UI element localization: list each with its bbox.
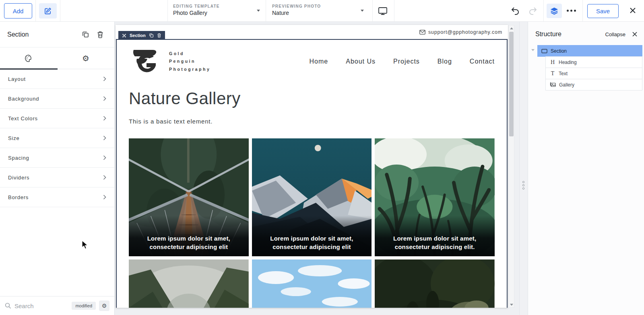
close-icon xyxy=(632,31,638,37)
desktop-preview-button[interactable] xyxy=(378,6,388,16)
editing-template-selector[interactable]: EDITING TEMPLATE Photo Gallery xyxy=(173,4,220,16)
gear-icon: ⚙ xyxy=(82,54,89,63)
trash-icon[interactable] xyxy=(97,31,104,38)
tree-expand-caret-icon[interactable] xyxy=(531,49,535,51)
site-logo[interactable]: Gold Penguin Photography xyxy=(129,49,211,74)
redo-icon xyxy=(528,6,538,16)
gallery-caption: Lorem ipsum dolor sit amet, consectetur … xyxy=(375,216,495,257)
tree-item-gallery[interactable]: Gallery xyxy=(545,79,642,91)
page-text-element[interactable]: This is a basic text element. xyxy=(129,118,495,125)
undo-button[interactable] xyxy=(510,6,520,16)
gallery-tile-dark-forest-hillside[interactable] xyxy=(375,259,495,308)
previewing-photo-selector[interactable]: PREVIEWING PHOTO Nature xyxy=(272,4,321,16)
toolbar-divider xyxy=(35,0,36,21)
monitor-icon xyxy=(378,6,388,16)
add-button[interactable]: Add xyxy=(4,3,32,19)
editing-template-value: Photo Gallery xyxy=(173,10,220,16)
editing-template-label: EDITING TEMPLATE xyxy=(173,4,220,8)
search-input[interactable] xyxy=(14,303,68,309)
dark-hillside-image xyxy=(375,259,495,308)
redo-button[interactable] xyxy=(528,6,538,16)
gallery-tile-suspension-bridge[interactable]: Lorem ipsum dolor sit amet, consectetur … xyxy=(129,138,249,256)
page-topbar: support@gpphotography.com xyxy=(116,25,508,39)
edit-icon xyxy=(44,7,52,15)
gallery-tile-foggy-valley[interactable] xyxy=(129,259,249,308)
trash-icon[interactable] xyxy=(157,33,161,38)
chevron-right-icon xyxy=(103,175,106,180)
gold-penguin-logo-mark xyxy=(129,49,163,74)
close-structure-button[interactable] xyxy=(632,31,638,37)
selected-element-title: Section xyxy=(7,31,82,38)
blue-sky-peaks-image xyxy=(252,259,372,308)
section-tag-label: Section xyxy=(130,33,146,38)
tree-item-section[interactable]: Section xyxy=(537,45,642,57)
logo-line-3: Photography xyxy=(169,66,211,73)
tab-settings[interactable]: ⚙ xyxy=(57,47,114,69)
toolbar-divider xyxy=(582,0,583,21)
modified-badge[interactable]: modified xyxy=(72,302,96,310)
layers-button[interactable] xyxy=(547,4,562,18)
duplicate-icon[interactable] xyxy=(82,31,89,38)
sidebar-item-layout[interactable]: Layout xyxy=(0,69,114,89)
canvas-preview: support@gpphotography.com Section xyxy=(116,25,508,308)
foggy-valley-image xyxy=(129,259,249,308)
text-icon: T xyxy=(550,70,555,77)
active-tab-indicator xyxy=(0,68,58,70)
nav-item-contact[interactable]: Contact xyxy=(470,58,495,65)
toolbar-divider xyxy=(394,0,394,21)
chevron-down-icon[interactable] xyxy=(361,10,364,12)
gallery-tile-moonlit-mountain[interactable]: Lorem ipsum dolor sit amet, consectetur … xyxy=(252,138,372,256)
structure-tree: Section H Heading T Text Gallery xyxy=(528,45,644,91)
nav-item-home[interactable]: Home xyxy=(310,58,328,65)
section-tag[interactable]: Section xyxy=(118,31,165,40)
drag-handle-dots-icon xyxy=(522,181,524,189)
close-editor-button[interactable] xyxy=(629,6,637,14)
gallery-tile-forest-canopy[interactable]: Lorem ipsum dolor sit amet, consectetur … xyxy=(375,138,495,256)
sidebar-search-bar: modified ⚙ xyxy=(0,296,114,315)
sidebar-item-background[interactable]: Background xyxy=(0,89,114,109)
scroll-up-arrow[interactable] xyxy=(509,25,514,31)
chevron-right-icon xyxy=(103,195,106,200)
close-icon xyxy=(629,6,637,14)
scroll-down-arrow[interactable] xyxy=(509,302,514,307)
structure-header: Structure Collapse xyxy=(528,22,644,43)
sidebar-item-text-colors[interactable]: Text Colors xyxy=(0,109,114,128)
chevron-right-icon xyxy=(103,155,106,160)
edit-button[interactable] xyxy=(39,3,57,19)
more-options-button[interactable] xyxy=(567,10,576,12)
logo-line-2: Penguin xyxy=(169,58,211,65)
canvas-scrollbar[interactable] xyxy=(508,25,514,308)
sidebar-item-dividers[interactable]: Dividers xyxy=(0,168,114,187)
chevron-down-icon[interactable] xyxy=(257,10,260,12)
site-nav: Home About Us Projects Blog Contact xyxy=(310,58,495,65)
tree-item-heading[interactable]: H Heading xyxy=(545,56,642,68)
layers-icon xyxy=(550,6,559,15)
sidebar-item-spacing[interactable]: Spacing xyxy=(0,148,114,168)
nav-item-about-us[interactable]: About Us xyxy=(346,58,376,65)
chevron-right-icon xyxy=(103,76,106,81)
nav-item-blog[interactable]: Blog xyxy=(438,58,452,65)
move-icon xyxy=(122,33,126,38)
gear-icon: ⚙ xyxy=(102,303,107,309)
search-icon xyxy=(5,303,11,309)
previewing-photo-label: PREVIEWING PHOTO xyxy=(272,4,321,8)
duplicate-icon[interactable] xyxy=(149,33,154,38)
envelope-icon xyxy=(419,30,425,35)
support-email-link[interactable]: support@gpphotography.com xyxy=(428,29,502,35)
panel-resize-handle[interactable] xyxy=(519,22,528,315)
sidebar-item-borders[interactable]: Borders xyxy=(0,187,114,207)
toolbar-divider xyxy=(60,0,60,21)
scrollbar-thumb[interactable] xyxy=(509,32,514,136)
save-button[interactable]: Save xyxy=(587,4,619,18)
tab-style[interactable] xyxy=(0,47,57,69)
gallery-tile-mountain-blue-sky[interactable] xyxy=(252,259,372,308)
page-heading[interactable]: Nature Gallery xyxy=(129,89,495,108)
tree-item-text[interactable]: T Text xyxy=(545,68,642,79)
sidebar-tabs: ⚙ xyxy=(0,47,114,69)
search-settings-button[interactable]: ⚙ xyxy=(99,301,109,311)
sidebar-item-size[interactable]: Size xyxy=(0,128,114,148)
nav-item-projects[interactable]: Projects xyxy=(393,58,420,65)
collapse-button[interactable]: Collapse xyxy=(605,31,625,37)
chevron-right-icon xyxy=(103,116,106,121)
selected-section-outline[interactable]: Section xyxy=(116,39,508,308)
